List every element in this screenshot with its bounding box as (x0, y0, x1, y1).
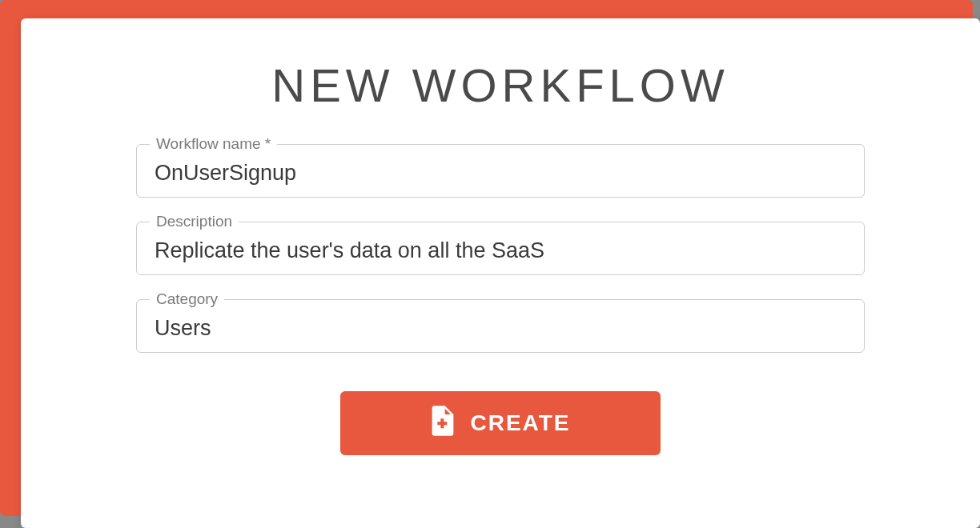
category-field-wrapper: Category (136, 299, 865, 353)
workflow-form: Workflow name * Description Category CRE… (136, 144, 865, 455)
description-label: Description (150, 213, 239, 230)
description-input[interactable] (155, 238, 846, 263)
workflow-name-label: Workflow name * (150, 135, 277, 153)
workflow-name-input[interactable] (155, 161, 846, 186)
button-row: CREATE (136, 391, 865, 455)
new-workflow-modal: NEW WORKFLOW Workflow name * Description… (21, 18, 980, 528)
file-plus-icon (430, 406, 456, 442)
description-field-wrapper: Description (136, 222, 865, 275)
modal-title: NEW WORKFLOW (21, 58, 980, 112)
category-label: Category (150, 290, 224, 308)
workflow-name-field-wrapper: Workflow name * (136, 144, 865, 198)
create-button-label: CREATE (470, 410, 570, 436)
create-button[interactable]: CREATE (340, 391, 661, 455)
category-input[interactable] (155, 316, 846, 341)
